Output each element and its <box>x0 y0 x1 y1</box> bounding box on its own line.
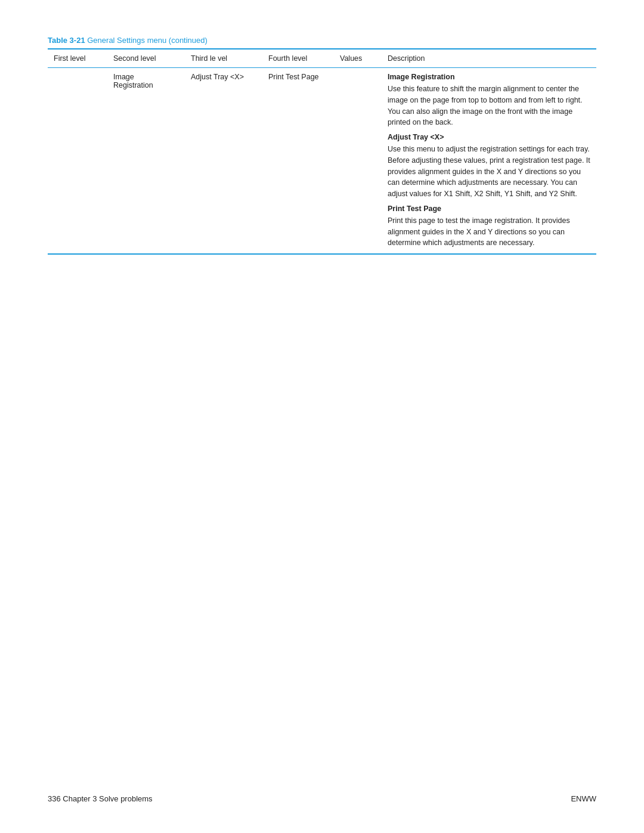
table-title-text: General Settings menu (continued) <box>87 36 208 45</box>
footer-right: ENWW <box>571 794 596 803</box>
table-header-row: First level Second level Third le vel Fo… <box>48 49 596 68</box>
cell-description: Image Registration Use this feature to s… <box>382 68 596 255</box>
col-header-second: Second level <box>107 49 185 68</box>
cell-values <box>334 68 382 255</box>
page-footer: 336 Chapter 3 Solve problems ENWW <box>48 794 596 803</box>
col-header-description: Description <box>382 49 596 68</box>
desc-subheading-2: Print Test Page <box>388 205 590 213</box>
main-table: First level Second level Third le vel Fo… <box>48 48 596 255</box>
col-header-fourth: Fourth level <box>262 49 334 68</box>
desc-heading-1: Image Registration <box>388 73 590 81</box>
table-number: Table 3-21 <box>48 36 85 45</box>
col-header-third: Third le vel <box>185 49 262 68</box>
table-row: ImageRegistration Adjust Tray <X> Print … <box>48 68 596 255</box>
desc-para-3: Print this page to test the image regist… <box>388 216 570 247</box>
footer-left: 336 Chapter 3 Solve problems <box>48 794 153 803</box>
desc-subheading-1: Adjust Tray <X> <box>388 133 590 141</box>
cell-third: Adjust Tray <X> <box>185 68 262 255</box>
col-header-first: First level <box>48 49 107 68</box>
desc-para-1: Use this feature to shift the margin ali… <box>388 85 583 126</box>
col-header-values: Values <box>334 49 382 68</box>
cell-fourth: Print Test Page <box>262 68 334 255</box>
cell-second: ImageRegistration <box>107 68 185 255</box>
desc-para-2: Use this menu to adjust the registration… <box>388 145 590 198</box>
table-title: Table 3-21 General Settings menu (contin… <box>48 36 596 45</box>
cell-first <box>48 68 107 255</box>
